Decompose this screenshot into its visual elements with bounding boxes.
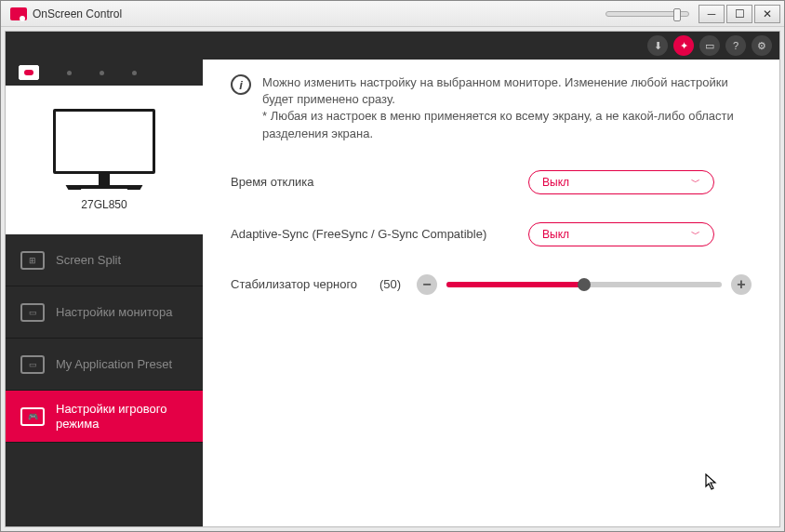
gamepad-icon: 🎮 [20,407,45,426]
monitor-settings-icon: ▭ [20,303,45,322]
info-text: Можно изменить настройку на выбранном мо… [262,74,752,142]
monitor-tab-1[interactable] [19,65,39,80]
nav: ⊞ Screen Split ▭ Настройки монитора ▭ My… [6,234,203,526]
download-icon[interactable]: ⬇ [647,35,668,56]
app-icon [10,7,27,20]
split-icon: ⊞ [20,251,45,270]
slider-thumb[interactable] [578,278,591,291]
monitor-name: 27GL850 [81,198,126,211]
setting-black-stabilizer: Стабилизатор черного (50) − + [231,274,752,295]
help-icon[interactable]: ? [725,35,746,56]
monitor-tab-3[interactable] [100,71,104,75]
app-preset-icon: ▭ [20,355,45,374]
black-stabilizer-value: (50) [379,277,417,291]
nav-game-mode[interactable]: 🎮 Настройки игрового режима [6,391,203,443]
pointer-icon[interactable]: ✦ [673,35,694,56]
adaptive-sync-dropdown[interactable]: Выкл ﹀ [528,222,714,246]
app-window: OnScreen Control ─ ☐ ✕ ⬇ ✦ ▭ ? ⚙ [0,0,785,532]
opacity-slider[interactable] [605,11,689,17]
maximize-button[interactable]: ☐ [726,5,752,23]
content: 27GL850 ⊞ Screen Split ▭ Настройки монит… [6,60,779,526]
response-time-label: Время отклика [231,175,528,189]
monitor-tab-2[interactable] [67,71,72,75]
top-toolbar: ⬇ ✦ ▭ ? ⚙ [6,32,779,60]
nav-monitor-settings[interactable]: ▭ Настройки монитора [6,286,203,339]
monitor-preview: 27GL850 [6,86,203,234]
close-button[interactable]: ✕ [754,5,780,23]
setting-response-time: Время отклика Выкл ﹀ [231,170,752,194]
nav-screen-split[interactable]: ⊞ Screen Split [6,234,203,286]
chevron-down-icon: ﹀ [691,176,700,189]
response-time-dropdown[interactable]: Выкл ﹀ [528,170,714,194]
setting-adaptive-sync: Adaptive-Sync (FreeSync / G-Sync Compati… [231,222,752,246]
sidebar: 27GL850 ⊞ Screen Split ▭ Настройки монит… [6,60,203,526]
monitor-tabs [6,60,203,86]
black-stabilizer-slider[interactable] [446,282,722,287]
app-body: ⬇ ✦ ▭ ? ⚙ 27GL85 [5,31,780,527]
info-icon: i [231,74,251,95]
titlebar[interactable]: OnScreen Control ─ ☐ ✕ [1,1,784,27]
monitor-image [53,109,155,189]
chevron-down-icon: ﹀ [691,228,700,241]
main-panel: i Можно изменить настройку на выбранном … [203,60,779,526]
nav-app-preset[interactable]: ▭ My Application Preset [6,339,203,391]
increment-button[interactable]: + [731,274,752,295]
settings-icon[interactable]: ⚙ [752,35,772,56]
cursor-icon [705,473,718,494]
minimize-button[interactable]: ─ [699,5,725,23]
window-title: OnScreen Control [33,7,122,20]
decrement-button[interactable]: − [417,274,437,295]
monitor-tab-4[interactable] [132,71,137,75]
screen-icon[interactable]: ▭ [699,35,720,56]
adaptive-sync-label: Adaptive-Sync (FreeSync / G-Sync Compati… [231,227,528,241]
info-row: i Можно изменить настройку на выбранном … [231,74,752,142]
black-stabilizer-label: Стабилизатор черного [231,277,379,291]
